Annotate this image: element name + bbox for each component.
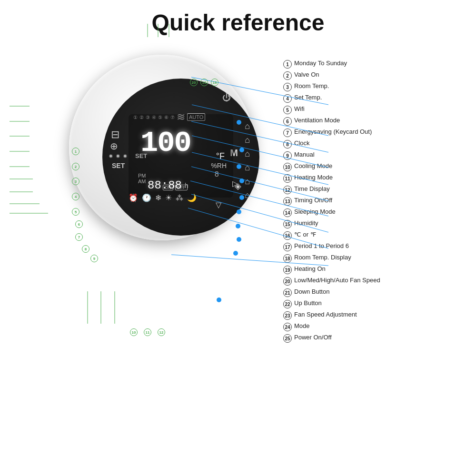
label-num-11: 11 [283, 174, 292, 183]
lcd-ampm: PMAM [138, 173, 146, 184]
label-num-16: 16 [283, 231, 292, 240]
label-item-5: 5Wifi [283, 105, 426, 114]
label-num-7: 7 [283, 129, 292, 137]
label-num-24: 24 [283, 323, 292, 331]
label-num-17: 17 [283, 243, 292, 251]
label-text-24: Mode [294, 322, 426, 330]
label-num-4: 4 [283, 94, 292, 103]
label-text-23: Fan Speed Adjustment [294, 311, 426, 319]
lcd-time: 88:88 h [148, 179, 188, 192]
label-num-23: 23 [283, 311, 292, 320]
label-text-15: Humidity [294, 219, 426, 228]
label-num-8: 8 [283, 140, 292, 149]
label-item-19: 19Heating On [283, 265, 426, 274]
label-num-14: 14 [283, 208, 292, 217]
num-4: 4 [72, 193, 79, 200]
device-diagram: ⏻ M ① ② ③ ④ ⑤ ⑥ ⑦ ≋ AUTO ⊟ ⊕ [50, 45, 278, 402]
label-item-20: 20Low/Med/High/Auto Fan Speed [283, 277, 426, 286]
label-item-21: 21Down Button [283, 288, 426, 297]
blue-dot-23 [237, 209, 241, 214]
label-item-7: 7Energysaving (Keycard Out) [283, 128, 426, 137]
label-item-6: 6Ventilation Mode [283, 117, 426, 126]
label-num-12: 12 [283, 186, 292, 194]
label-num-6: 6 [283, 117, 292, 126]
label-text-21: Down Button [294, 288, 426, 296]
label-item-2: 2Valve On [283, 71, 426, 80]
right-icons-col: ⌂ ⌂ ⌂ ⌂ ⌂ ⌂ [245, 121, 250, 200]
device-shell: ⏻ M ① ② ③ ④ ⑤ ⑥ ⑦ ≋ AUTO ⊟ ⊕ [69, 55, 255, 240]
label-text-25: Power On/Off [294, 334, 426, 342]
label-text-13: Timing On/Off [294, 197, 426, 205]
label-item-23: 23Fan Speed Adjustment [283, 311, 426, 320]
label-item-10: 10Cooling Mode [283, 162, 426, 171]
label-item-4: 4Set Temp. [283, 94, 426, 103]
lcd-rh: %RH [211, 162, 227, 169]
label-item-13: 13Timing On/Off [283, 197, 426, 206]
power-icon: ⏻ [222, 93, 231, 103]
label-text-8: Clock [294, 139, 426, 148]
blue-dot-16 [239, 178, 244, 183]
label-num-9: 9 [283, 151, 292, 160]
label-item-8: 8Clock [283, 139, 426, 149]
left-fan-icon: ⊟ [111, 129, 119, 141]
label-text-22: Up Button [294, 299, 426, 307]
label-item-15: 15Humidity [283, 219, 426, 228]
blue-dot-21 [217, 298, 221, 302]
num-19: 19 [200, 79, 208, 86]
label-text-1: Monday To Sunday [294, 60, 426, 68]
num-18: 18 [211, 79, 218, 86]
label-text-17: Period 1 to Period 6 [294, 242, 426, 250]
label-item-25: 25Power On/Off [283, 334, 426, 343]
label-num-2: 2 [283, 71, 292, 80]
label-item-17: 17Period 1 to Period 6 [283, 242, 426, 251]
label-num-22: 22 [283, 300, 292, 308]
blue-dot-24 [237, 164, 241, 169]
label-text-9: Manual [294, 151, 426, 159]
blue-dot-15 [239, 195, 244, 200]
set-label: SET [112, 162, 125, 169]
num-2: 2 [72, 163, 79, 170]
label-num-10: 10 [283, 163, 292, 171]
blue-dot-22 [233, 251, 238, 256]
num-20: 20 [190, 79, 198, 86]
label-item-11: 11Heating Mode [283, 174, 426, 183]
label-text-20: Low/Med/High/Auto Fan Speed [294, 277, 426, 285]
label-item-3: 3Room Temp. [283, 82, 426, 91]
label-item-18: 18Room Temp. Display [283, 254, 426, 263]
label-item-24: 24Mode [283, 322, 426, 331]
label-text-5: Wifi [294, 105, 426, 113]
label-num-3: 3 [283, 83, 292, 91]
blue-dot-14 [236, 224, 240, 228]
label-text-11: Heating Mode [294, 174, 426, 182]
num-3: 3 [72, 178, 79, 185]
label-num-13: 13 [283, 197, 292, 206]
num-7: 7 [75, 233, 83, 241]
blue-dot-25 [237, 120, 241, 125]
label-num-15: 15 [283, 220, 292, 228]
left-valve-icon: ⊕ [110, 140, 118, 152]
label-text-16: ℃ or ℉ [294, 231, 426, 239]
label-item-22: 22Up Button [283, 299, 426, 308]
num-11: 11 [144, 328, 151, 336]
label-num-21: 21 [283, 288, 292, 297]
num-12: 12 [158, 328, 165, 336]
down-arrow: ▽ [216, 200, 221, 209]
label-item-16: 16℃ or ℉ [283, 231, 426, 240]
label-num-5: 5 [283, 106, 292, 114]
label-text-2: Valve On [294, 71, 426, 79]
label-text-3: Room Temp. [294, 82, 426, 90]
label-text-12: Time Display [294, 185, 426, 193]
label-num-20: 20 [283, 277, 292, 286]
label-num-18: 18 [283, 254, 292, 263]
label-item-1: 1Monday To Sunday [283, 60, 426, 69]
blue-dot-13 [237, 237, 241, 242]
label-num-19: 19 [283, 266, 292, 274]
num-1: 1 [72, 148, 79, 155]
num-10: 10 [130, 328, 138, 336]
num-9: 9 [90, 255, 98, 262]
label-text-18: Room Temp. Display [294, 254, 426, 262]
labels-panel: 1Monday To Sunday2Valve On3Room Temp.4Se… [278, 45, 426, 345]
label-text-6: Ventilation Mode [294, 117, 426, 125]
label-item-9: 9Manual [283, 151, 426, 160]
hand-icon: ✋ [117, 210, 127, 220]
